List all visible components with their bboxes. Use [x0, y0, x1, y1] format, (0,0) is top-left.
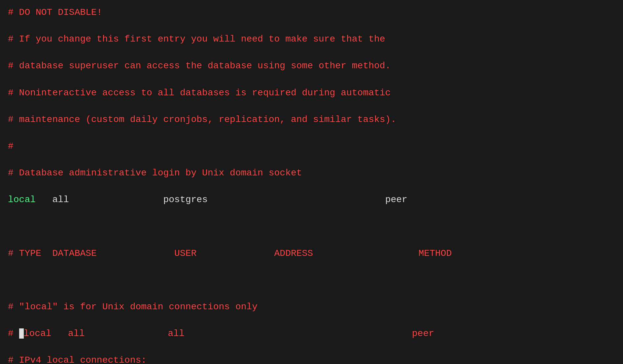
- data-line: local all postgres peer: [8, 193, 615, 207]
- method-value: peer: [385, 195, 407, 205]
- empty-line: [8, 220, 615, 234]
- database-value: all: [52, 195, 69, 205]
- comment-line: # IPv4 local connections:: [8, 354, 615, 364]
- comment-line: # Database administrative login by Unix …: [8, 167, 615, 180]
- user-value: postgres: [163, 195, 208, 205]
- comment-line: # DO NOT DISABLE!: [8, 6, 615, 19]
- cursor: [19, 328, 24, 339]
- comment-line: # database superuser can access the data…: [8, 59, 615, 73]
- comment-line: # If you change this first entry you wil…: [8, 33, 615, 46]
- comment-line: #: [8, 140, 615, 153]
- comment-line: # "local" is for Unix domain connections…: [8, 300, 615, 314]
- comment-line: # maintenance (custom daily cronjobs, re…: [8, 113, 615, 127]
- commented-data-line: # local all all peer: [8, 327, 615, 341]
- comment-line: # Noninteractive access to all databases…: [8, 86, 615, 100]
- keyword: local: [8, 195, 36, 205]
- terminal-content: # DO NOT DISABLE! # If you change this f…: [8, 6, 615, 364]
- comment-line: # TYPE DATABASE USER ADDRESS METHOD: [8, 247, 615, 260]
- empty-line: [8, 274, 615, 287]
